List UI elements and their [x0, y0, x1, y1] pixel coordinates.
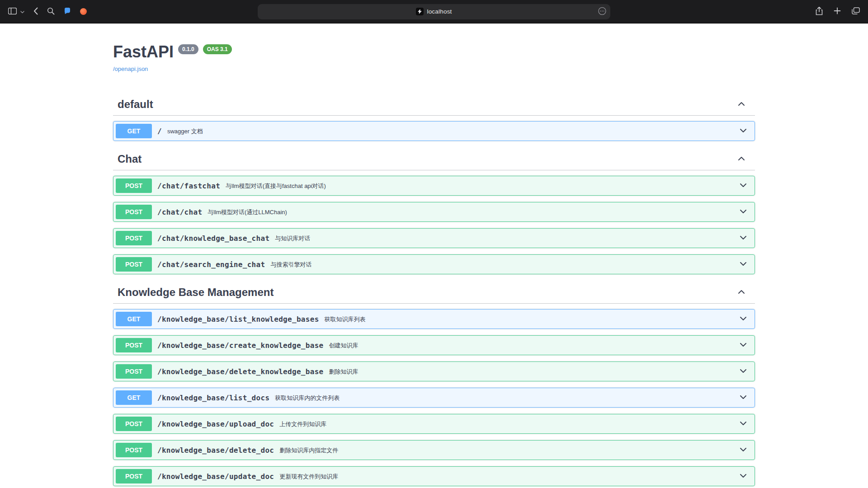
oas-badge: OAS 3.1	[203, 44, 232, 54]
site-favicon-icon	[416, 8, 424, 15]
endpoint-row[interactable]: POST /knowledge_base/update_doc 更新现有文件到知…	[113, 466, 755, 486]
tag-section: Chat POST /chat/fastchat 与llm模型对话(直接与fas…	[113, 148, 755, 274]
chevron-down-icon	[739, 340, 748, 351]
http-method-badge: POST	[116, 364, 152, 379]
swagger-ui: FastAPI 0.1.0 OAS 3.1 /openapi.json defa…	[104, 23, 764, 488]
expand-endpoint-button[interactable]	[739, 181, 748, 191]
chevron-down-icon	[739, 259, 748, 270]
chevron-down-icon	[739, 471, 748, 482]
sidebar-icon	[8, 8, 17, 16]
endpoint-summary-row: POST /chat/chat 与llm模型对话(通过LLMChain)	[113, 202, 755, 221]
endpoint-summary-row: POST /knowledge_base/delete_doc 删除知识库内指定…	[113, 441, 755, 460]
new-tab-button[interactable]	[833, 6, 842, 17]
section-header[interactable]: Knowledge Base Management	[113, 282, 755, 304]
endpoint-row[interactable]: POST /chat/knowledge_base_chat 与知识库对话	[113, 228, 755, 248]
page-title: FastAPI	[113, 42, 174, 61]
tab-overview-button[interactable]	[851, 6, 861, 17]
expand-endpoint-button[interactable]	[739, 207, 748, 217]
endpoint-row[interactable]: POST /chat/chat 与llm模型对话(通过LLMChain)	[113, 202, 755, 222]
http-method-badge: POST	[116, 178, 152, 193]
endpoint-summary-row: POST /knowledge_base/delete_knowledge_ba…	[113, 362, 755, 381]
endpoint-description: 与知识库对话	[275, 234, 310, 243]
share-button[interactable]	[815, 6, 824, 18]
endpoint-row[interactable]: POST /knowledge_base/upload_doc 上传文件到知识库	[113, 414, 755, 434]
chevron-down-icon	[20, 8, 24, 15]
endpoint-row[interactable]: POST /knowledge_base/delete_knowledge_ba…	[113, 361, 755, 381]
extension-orange-button[interactable]	[79, 7, 88, 16]
chevron-down-icon	[739, 233, 748, 244]
expand-endpoint-button[interactable]	[739, 340, 748, 351]
endpoint-path: /chat/search_engine_chat	[157, 260, 265, 269]
endpoint-row[interactable]: POST /knowledge_base/create_knowledge_ba…	[113, 335, 755, 355]
expand-endpoint-button[interactable]	[739, 393, 748, 403]
collapse-section-button[interactable]	[737, 154, 746, 164]
endpoint-path: /knowledge_base/update_doc	[157, 472, 274, 481]
tag-section: default GET / swagger 文档	[113, 94, 755, 141]
extension-blue-button[interactable]	[63, 6, 72, 17]
section-title: Chat	[118, 153, 142, 165]
sidebar-menu-button[interactable]	[19, 7, 25, 16]
chevron-down-icon	[739, 181, 748, 191]
toolbar-left-group	[7, 6, 88, 17]
endpoint-row[interactable]: POST /knowledge_base/delete_doc 删除知识库内指定…	[113, 440, 755, 460]
chevron-down-icon	[739, 445, 748, 455]
expand-endpoint-button[interactable]	[739, 259, 748, 270]
openapi-link[interactable]: /openapi.json	[113, 66, 148, 72]
search-button[interactable]	[46, 6, 56, 17]
endpoint-description: 获取知识库列表	[325, 314, 366, 324]
endpoint-summary-row: POST /chat/knowledge_base_chat 与知识库对话	[113, 229, 755, 248]
url-text: localhost	[427, 8, 452, 15]
section-header[interactable]: Chat	[113, 148, 755, 170]
endpoint-description: 与搜索引擎对话	[270, 260, 311, 269]
share-icon	[816, 7, 823, 17]
address-bar[interactable]: localhost	[258, 4, 610, 19]
endpoint-description: 创建知识库	[329, 341, 359, 350]
endpoint-path: /knowledge_base/list_docs	[157, 394, 269, 402]
endpoint-row[interactable]: POST /chat/fastchat 与llm模型对话(直接与fastchat…	[113, 176, 755, 196]
section-header[interactable]: default	[113, 94, 755, 116]
endpoint-summary-row: POST /knowledge_base/upload_doc 上传文件到知识库	[113, 414, 755, 433]
title-row: FastAPI 0.1.0 OAS 3.1	[113, 42, 755, 61]
sidebar-cluster	[7, 7, 25, 17]
operations: GET / swagger 文档	[113, 121, 755, 141]
collapse-section-button[interactable]	[737, 99, 746, 110]
expand-endpoint-button[interactable]	[739, 471, 748, 482]
chevron-up-icon	[737, 154, 746, 164]
collapse-section-button[interactable]	[737, 287, 746, 298]
back-icon	[33, 7, 38, 16]
expand-endpoint-button[interactable]	[739, 233, 748, 244]
extension-blue-icon	[64, 7, 71, 16]
sidebar-toggle-button[interactable]	[7, 7, 18, 17]
endpoint-row[interactable]: GET /knowledge_base/list_docs 获取知识库内的文件列…	[113, 388, 755, 408]
http-method-badge: POST	[116, 205, 152, 219]
page-menu-button[interactable]	[598, 7, 606, 16]
endpoint-description: 更新现有文件到知识库	[279, 472, 338, 481]
expand-endpoint-button[interactable]	[739, 366, 748, 377]
browser-toolbar: localhost	[0, 0, 868, 23]
screen: localhost	[0, 0, 868, 488]
endpoint-row[interactable]: POST /chat/search_engine_chat 与搜索引擎对话	[113, 254, 755, 274]
http-method-badge: GET	[116, 312, 152, 326]
back-button[interactable]	[33, 6, 39, 17]
endpoint-row[interactable]: GET /knowledge_base/list_knowledge_bases…	[113, 309, 755, 329]
endpoint-row[interactable]: GET / swagger 文档	[113, 121, 755, 141]
expand-endpoint-button[interactable]	[739, 419, 748, 429]
operations: GET /knowledge_base/list_knowledge_bases…	[113, 309, 755, 488]
endpoint-summary-row: GET / swagger 文档	[113, 122, 755, 141]
version-badge: 0.1.0	[178, 44, 198, 54]
endpoint-path: /chat/chat	[157, 208, 202, 216]
expand-endpoint-button[interactable]	[739, 314, 748, 324]
endpoint-description: 与llm模型对话(通过LLMChain)	[208, 207, 287, 216]
expand-endpoint-button[interactable]	[739, 126, 748, 136]
extension-orange-icon	[80, 8, 87, 15]
plus-icon	[834, 7, 841, 16]
expand-endpoint-button[interactable]	[739, 445, 748, 455]
http-method-badge: POST	[116, 417, 152, 431]
endpoint-path: /knowledge_base/delete_knowledge_base	[157, 367, 324, 376]
endpoint-path: /chat/knowledge_base_chat	[157, 234, 269, 243]
tag-section: Knowledge Base Management GET /knowledge…	[113, 282, 755, 488]
endpoint-summary-row: GET /knowledge_base/list_knowledge_bases…	[113, 310, 755, 328]
page-menu-ellipsis-icon	[598, 7, 606, 16]
endpoint-summary-row: POST /knowledge_base/update_doc 更新现有文件到知…	[113, 467, 755, 486]
endpoint-summary-row: GET /knowledge_base/list_docs 获取知识库内的文件列…	[113, 388, 755, 407]
